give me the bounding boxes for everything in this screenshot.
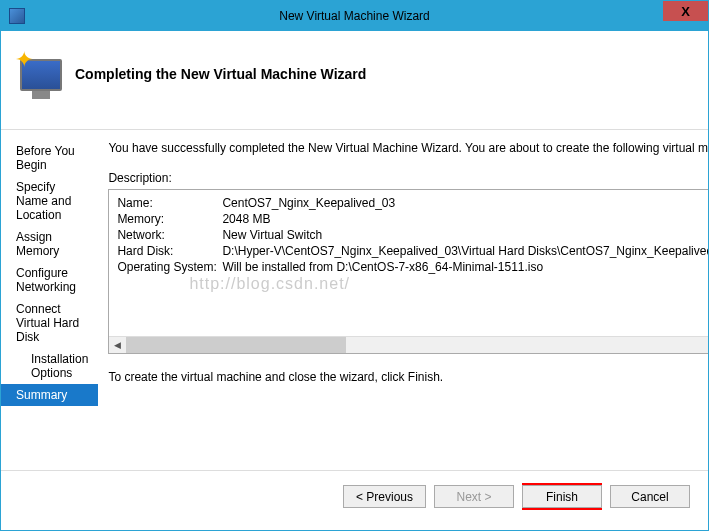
next-button: Next > [434, 485, 514, 508]
summary-row-network: Network: New Virtual Switch [117, 228, 709, 242]
intro-text: You have successfully completed the New … [108, 140, 709, 157]
scroll-left-button[interactable]: ◀ [109, 337, 126, 353]
summary-key: Operating System: [117, 260, 222, 274]
summary-row-memory: Memory: 2048 MB [117, 212, 709, 226]
description-box: Name: CentOS7_Nginx_Keepalived_03 Memory… [108, 189, 709, 354]
summary-key: Name: [117, 196, 222, 210]
scroll-track[interactable] [126, 337, 709, 353]
page-title: Completing the New Virtual Machine Wizar… [75, 66, 366, 82]
summary-key: Memory: [117, 212, 222, 226]
summary-row-os: Operating System: Will be installed from… [117, 260, 709, 274]
description-label: Description: [108, 171, 709, 185]
sidebar-item-assign-memory[interactable]: Assign Memory [1, 226, 98, 262]
window-title: New Virtual Machine Wizard [279, 9, 430, 23]
summary-key: Network: [117, 228, 222, 242]
wizard-icon: ✦ [15, 49, 65, 99]
close-button[interactable]: X [663, 1, 708, 21]
sidebar-item-connect-vhd[interactable]: Connect Virtual Hard Disk [1, 298, 98, 348]
sidebar-item-before-you-begin[interactable]: Before You Begin [1, 140, 98, 176]
main-panel: You have successfully completed the New … [98, 130, 709, 470]
summary-key: Hard Disk: [117, 244, 222, 258]
summary-value: D:\Hyper-V\CentOS7_Nginx_Keepalived_03\V… [222, 244, 709, 258]
scroll-thumb[interactable] [126, 337, 345, 353]
summary-row-harddisk: Hard Disk: D:\Hyper-V\CentOS7_Nginx_Keep… [117, 244, 709, 258]
button-bar: < Previous Next > Finish Cancel [1, 470, 708, 522]
horizontal-scrollbar[interactable]: ◀ ▶ [109, 336, 709, 353]
summary-value: CentOS7_Nginx_Keepalived_03 [222, 196, 395, 210]
cancel-button[interactable]: Cancel [610, 485, 690, 508]
sidebar-item-installation-options[interactable]: Installation Options [1, 348, 98, 384]
wizard-steps-sidebar: Before You Begin Specify Name and Locati… [1, 130, 98, 470]
previous-button[interactable]: < Previous [343, 485, 426, 508]
summary-row-name: Name: CentOS7_Nginx_Keepalived_03 [117, 196, 709, 210]
app-icon [9, 8, 25, 24]
sidebar-item-configure-networking[interactable]: Configure Networking [1, 262, 98, 298]
summary-value: New Virtual Switch [222, 228, 322, 242]
summary-value: Will be installed from D:\CentOS-7-x86_6… [222, 260, 543, 274]
titlebar: New Virtual Machine Wizard X [1, 1, 708, 31]
wizard-header: ✦ Completing the New Virtual Machine Wiz… [1, 31, 708, 130]
sidebar-item-summary[interactable]: Summary [1, 384, 98, 406]
finish-instruction: To create the virtual machine and close … [108, 370, 709, 384]
finish-button[interactable]: Finish [522, 485, 602, 508]
summary-value: 2048 MB [222, 212, 270, 226]
sidebar-item-specify-name[interactable]: Specify Name and Location [1, 176, 98, 226]
